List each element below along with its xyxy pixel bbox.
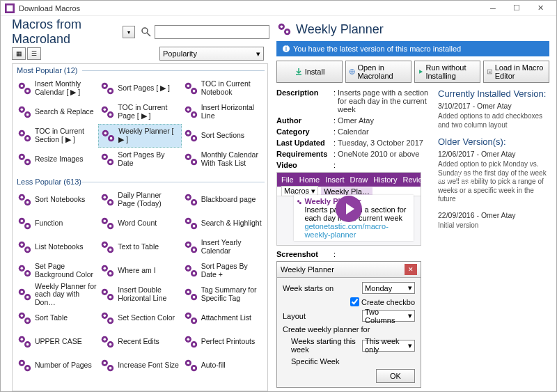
- group-most-popular[interactable]: Most Popular (12): [13, 64, 267, 77]
- macro-item[interactable]: Blackboard page: [182, 188, 265, 212]
- source-dropdown[interactable]: ▾: [123, 26, 135, 38]
- macro-list[interactable]: Most Popular (12) Insert Monthly Calenda…: [12, 63, 268, 391]
- macro-item[interactable]: Sort Pages [ ▶ ]: [98, 77, 181, 100]
- macro-item[interactable]: Resize Images: [15, 148, 98, 171]
- load-editor-button[interactable]: Load in Macro Editor: [483, 61, 549, 83]
- macro-item[interactable]: Search & Replace: [15, 100, 98, 124]
- svg-rect-1: [7, 5, 13, 11]
- dlg-ok-button[interactable]: OK: [376, 369, 415, 383]
- view-list-button[interactable]: ☰: [27, 47, 41, 60]
- dlg-weeks-this-select[interactable]: This week only▾: [362, 340, 415, 352]
- macro-item[interactable]: Auto-fill: [182, 354, 265, 377]
- macro-item[interactable]: Weekly Planner [ ▶ ]: [98, 124, 181, 148]
- dlg-close-icon[interactable]: ✕: [405, 264, 417, 275]
- macro-item[interactable]: Search & Highlight: [182, 212, 265, 235]
- play-button[interactable]: [336, 196, 362, 222]
- gear-icon: [17, 216, 32, 231]
- macro-item[interactable]: Perfect Printouts: [182, 330, 265, 354]
- gear-icon: [100, 358, 115, 373]
- macro-item[interactable]: Set Page Background Color: [15, 259, 98, 283]
- svg-point-117: [104, 315, 107, 317]
- macro-item[interactable]: Increase Font Size: [98, 354, 181, 377]
- macro-item[interactable]: Recent Edits: [98, 330, 181, 354]
- install-button[interactable]: Install: [276, 61, 343, 83]
- svg-point-125: [21, 338, 24, 341]
- group-less-popular[interactable]: Less Popular (613): [13, 175, 267, 188]
- svg-point-43: [26, 161, 29, 164]
- older-date1: 12/06/2017 - Omer Atay: [438, 150, 549, 158]
- gear-icon: [100, 192, 115, 207]
- macro-item[interactable]: Attachment List: [182, 306, 265, 330]
- macro-item[interactable]: UPPER CASE: [15, 330, 98, 354]
- gear-icon: [100, 263, 115, 279]
- dlg-week-starts-select[interactable]: Monday▾: [362, 282, 415, 294]
- macro-item[interactable]: List Notebooks: [15, 235, 98, 259]
- svg-point-71: [109, 225, 112, 228]
- macro-item[interactable]: Set Section Color: [98, 306, 181, 330]
- prop-upd-k: Last Updated: [276, 139, 334, 147]
- screenshot-dialog: Weekly Planner✕ Week starts onMonday▾ Cr…: [276, 261, 421, 388]
- macro-item[interactable]: Sort Notebooks: [15, 188, 98, 212]
- dlg-checkbox[interactable]: [350, 297, 359, 306]
- macro-item[interactable]: Daily Planner Page (Today): [98, 188, 181, 212]
- macro-item[interactable]: Tag Summary for Specific Tag: [182, 283, 265, 306]
- macro-label: Word Count: [118, 219, 157, 228]
- svg-point-39: [192, 137, 195, 140]
- macro-item[interactable]: Word Count: [98, 212, 181, 235]
- svg-line-3: [147, 33, 150, 36]
- open-macroland-button[interactable]: Open in Macroland: [345, 61, 411, 83]
- svg-point-149: [281, 26, 283, 29]
- macro-item[interactable]: Sort Pages By Date +: [182, 259, 265, 283]
- macro-label: UPPER CASE: [35, 338, 82, 346]
- dlg-layout-select[interactable]: Two Columns▾: [362, 310, 415, 322]
- macro-item[interactable]: Insert Monthly Calendar [ ▶ ]: [15, 77, 98, 100]
- globe-icon: [349, 68, 355, 76]
- macro-label: Weekly Planner for each day with Don…: [35, 283, 97, 307]
- prop-auth-v: Omer Atay: [338, 116, 431, 125]
- minimize-button[interactable]: ─: [481, 1, 505, 15]
- svg-point-65: [21, 220, 24, 223]
- prop-cat-k: Category: [276, 127, 334, 136]
- gear-icon: [183, 128, 198, 143]
- svg-point-89: [21, 267, 24, 270]
- gear-icon: [183, 216, 198, 231]
- gear-icon: [100, 152, 115, 167]
- svg-point-31: [26, 137, 29, 140]
- svg-point-75: [192, 225, 195, 228]
- macro-item[interactable]: Sort Sections: [182, 124, 265, 148]
- installed-note: Added options to add checkboxes and two …: [438, 112, 549, 130]
- ribbon-tab: Insert: [325, 175, 345, 184]
- macro-item[interactable]: Insert Double Horizontal Line: [98, 283, 181, 306]
- sort-dropdown[interactable]: Popularity▾: [159, 47, 264, 61]
- window-title: Download Macros: [19, 4, 481, 13]
- macro-item[interactable]: TOC in Current Notebook: [182, 77, 265, 100]
- macro-item[interactable]: Text to Table: [98, 235, 181, 259]
- run-button[interactable]: Run without Installing: [414, 61, 480, 83]
- macro-label: Insert Double Horizontal Line: [118, 286, 180, 302]
- macro-item[interactable]: Weekly Planner for each day with Don…: [15, 283, 98, 306]
- video-preview[interactable]: FileHomeInsertDrawHistoryReviewViewWeekl…: [276, 172, 421, 246]
- macro-item[interactable]: TOC in Current Section [ ▶ ]: [15, 124, 98, 148]
- search-input[interactable]: [155, 25, 269, 39]
- macro-item[interactable]: Insert Yearly Calendar: [182, 235, 265, 259]
- macro-item[interactable]: Sort Pages By Date: [98, 148, 181, 171]
- svg-point-93: [104, 267, 107, 270]
- close-button[interactable]: ✕: [528, 1, 552, 15]
- macro-item[interactable]: Function: [15, 212, 98, 235]
- svg-point-127: [26, 343, 29, 346]
- maximize-button[interactable]: ☐: [505, 1, 528, 15]
- ribbon-tab: Draw: [350, 175, 368, 184]
- macro-item[interactable]: TOC in Current Page [ ▶ ]: [98, 100, 181, 124]
- svg-point-143: [109, 367, 112, 370]
- macro-item[interactable]: Insert Horizontal Line: [182, 100, 265, 124]
- macro-item[interactable]: Sort Table: [15, 306, 98, 330]
- view-grid-button[interactable]: ▦: [12, 47, 26, 60]
- gear-icon: [100, 216, 115, 231]
- svg-text:i: i: [285, 45, 287, 52]
- macro-item[interactable]: Monthly Calendar With Task List: [182, 148, 265, 171]
- macro-item[interactable]: Number of Pages: [15, 354, 98, 377]
- svg-point-15: [192, 90, 195, 93]
- macro-item[interactable]: Where am I: [98, 259, 181, 283]
- svg-point-63: [192, 201, 195, 204]
- macro-label: Attachment List: [201, 314, 251, 322]
